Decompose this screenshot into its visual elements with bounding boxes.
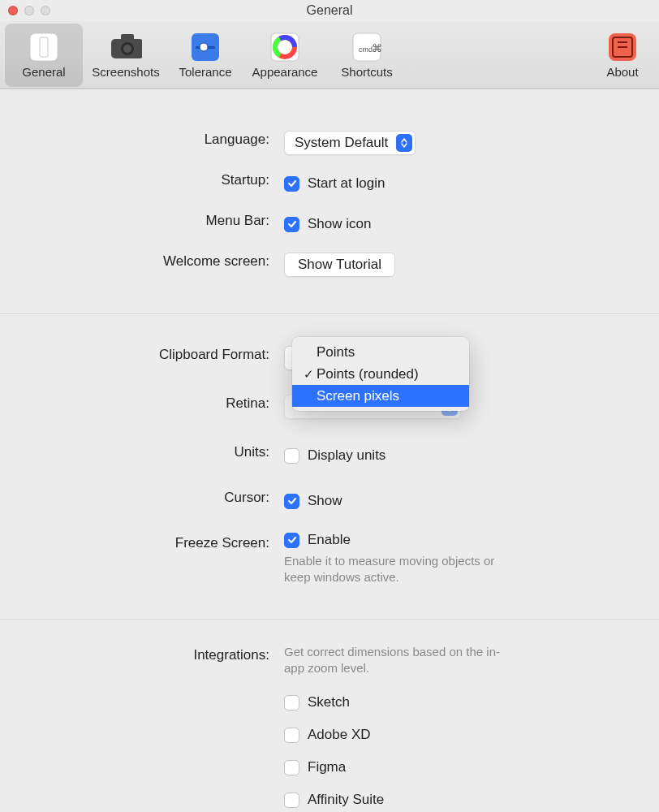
popup-item-points[interactable]: Points xyxy=(292,341,469,363)
show-tutorial-button[interactable]: Show Tutorial xyxy=(284,253,395,277)
startup-checkbox[interactable]: Start at login xyxy=(284,175,385,192)
tab-tolerance[interactable]: Tolerance xyxy=(169,24,242,87)
section-clipboard: Clipboard Format: width, height Points ✓… xyxy=(0,314,659,619)
checkbox-label: Enable xyxy=(308,532,351,548)
checkbox-label: Figma xyxy=(308,759,346,775)
checkbox-box xyxy=(284,695,299,710)
tab-label: About xyxy=(606,65,638,79)
close-window-button[interactable] xyxy=(8,6,18,15)
minimize-window-button xyxy=(24,6,34,15)
svg-point-13 xyxy=(278,40,292,54)
tab-general[interactable]: General xyxy=(5,24,83,87)
tab-shortcuts[interactable]: cmd⌘ Shortcuts xyxy=(328,24,406,87)
color-wheel-icon xyxy=(269,31,301,63)
language-select[interactable]: System Default xyxy=(284,131,416,155)
checkbox-label: Show icon xyxy=(308,216,371,232)
tab-appearance[interactable]: Appearance xyxy=(242,24,328,87)
window-title: General xyxy=(307,3,353,18)
label-menubar: Menu Bar: xyxy=(0,209,284,229)
checkbox-box xyxy=(284,728,299,743)
checkbox-label: Display units xyxy=(308,447,385,464)
checkbox-box xyxy=(284,760,299,775)
svg-text:⌘: ⌘ xyxy=(372,42,382,54)
shortcuts-icon: cmd⌘ xyxy=(351,31,383,63)
label-units: Units: xyxy=(0,441,284,460)
svg-text:cmd: cmd xyxy=(359,45,373,54)
checkmark-icon: ✓ xyxy=(304,367,317,382)
tab-label: Shortcuts xyxy=(341,65,392,79)
tab-label: Appearance xyxy=(252,65,318,79)
label-cursor: Cursor: xyxy=(0,486,284,506)
chevron-updown-icon xyxy=(396,134,412,152)
integration-figma-checkbox[interactable]: Figma xyxy=(284,759,346,775)
popup-item-screen-pixels[interactable]: Screen pixels xyxy=(292,385,469,407)
checkbox-box xyxy=(284,494,299,509)
label-integrations: Integrations: xyxy=(0,644,284,663)
integration-affinity-checkbox[interactable]: Affinity Suite xyxy=(284,792,384,808)
integrations-helper-text: Get correct dimensions based on the in-a… xyxy=(284,644,503,677)
cursor-checkbox[interactable]: Show xyxy=(284,493,342,509)
checkbox-label: Show xyxy=(308,493,342,509)
about-icon xyxy=(606,31,639,63)
traffic-lights xyxy=(8,6,50,15)
popup-item-label: Points xyxy=(317,344,355,361)
checkbox-label: Start at login xyxy=(308,175,385,192)
display-units-checkbox[interactable]: Display units xyxy=(284,447,385,464)
tab-label: Screenshots xyxy=(92,65,159,79)
tab-label: Tolerance xyxy=(179,65,231,79)
checkbox-label: Adobe XD xyxy=(308,727,371,743)
preferences-toolbar: General Screenshots Tolerance Appearance… xyxy=(0,21,659,89)
checkbox-box xyxy=(284,793,299,808)
checkbox-label: Affinity Suite xyxy=(308,792,384,808)
label-welcome: Welcome screen: xyxy=(0,250,284,270)
label-language: Language: xyxy=(0,128,284,148)
integration-adobexd-checkbox[interactable]: Adobe XD xyxy=(284,727,371,743)
titlebar: General xyxy=(0,0,659,21)
menubar-checkbox[interactable]: Show icon xyxy=(284,216,371,232)
tab-screenshots[interactable]: Screenshots xyxy=(83,24,169,87)
checkbox-box xyxy=(284,176,299,192)
select-value: System Default xyxy=(295,135,388,151)
svg-point-5 xyxy=(123,45,131,53)
popup-item-label: Screen pixels xyxy=(317,388,399,404)
general-icon xyxy=(28,31,60,63)
freeze-helper-text: Enable it to measure moving objects or k… xyxy=(284,553,503,586)
label-freeze: Freeze Screen: xyxy=(0,532,284,551)
checkbox-box xyxy=(284,217,299,232)
camera-icon xyxy=(110,31,142,63)
tab-label: General xyxy=(22,65,65,79)
content: Language: System Default Startup: Start … xyxy=(0,89,659,812)
label-startup: Startup: xyxy=(0,169,284,188)
svg-rect-1 xyxy=(40,37,48,57)
integrations-list: Sketch Adobe XD Figma Affinity Suite xyxy=(284,694,384,812)
integration-sketch-checkbox[interactable]: Sketch xyxy=(284,694,350,710)
zoom-window-button xyxy=(41,6,50,15)
checkbox-label: Sketch xyxy=(308,694,350,710)
checkbox-box xyxy=(284,448,299,464)
checkbox-box xyxy=(284,533,299,548)
tab-about[interactable]: About xyxy=(594,24,651,87)
label-clipboard: Clipboard Format: xyxy=(0,343,284,363)
units-popup-menu: Points ✓ Points (rounded) Screen pixels xyxy=(292,337,469,411)
svg-point-8 xyxy=(200,43,208,51)
popup-item-points-rounded[interactable]: ✓ Points (rounded) xyxy=(292,363,469,385)
label-retina: Retina: xyxy=(0,392,284,412)
svg-rect-3 xyxy=(121,34,134,41)
section-general: Language: System Default Startup: Start … xyxy=(0,128,659,313)
popup-item-label: Points (rounded) xyxy=(317,366,419,382)
slider-icon xyxy=(189,31,222,63)
section-integrations: Integrations: Get correct dimensions bas… xyxy=(0,620,659,813)
freeze-checkbox[interactable]: Enable xyxy=(284,532,351,548)
